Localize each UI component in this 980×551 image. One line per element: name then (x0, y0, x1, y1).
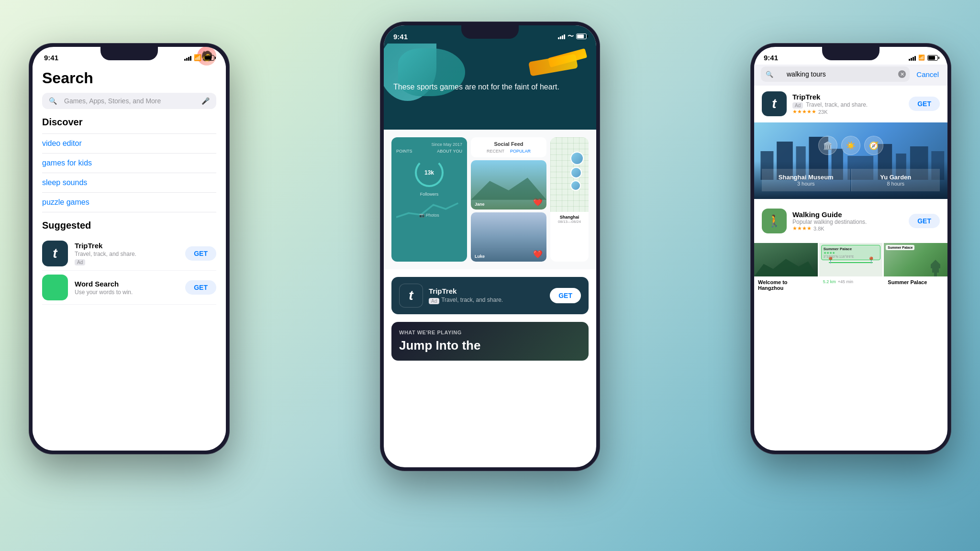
right-phone: 9:41 📶 🔍 walking tours (750, 43, 951, 454)
hangzhou-card-content: Welcome to Hangzhou (754, 276, 818, 294)
showcase-middle-panel: Social Feed RECENT POPULAR Jane ❤️ (471, 137, 546, 262)
mic-icon[interactable]: 🎤 (201, 97, 210, 105)
signal-bar-4 (190, 56, 191, 61)
right-time: 9:41 (764, 54, 778, 62)
sp-distance: 5.2 km (823, 279, 836, 284)
app-showcase: Since May 2017 POINTS ABOUT YOU 13k Foll… (384, 130, 596, 269)
result-walking-guide: 🚶 Walking Guide Popular walking destinat… (754, 203, 947, 239)
c-signal-bar-2 (560, 36, 561, 39)
recent-tab[interactable]: RECENT (487, 149, 504, 154)
result-triptrek-meta: Ad Travel, track, and share. (792, 101, 903, 109)
svg-marker-15 (931, 260, 940, 264)
wordsearch-get-button[interactable]: GET (185, 280, 216, 295)
right-status-icons: 📶 (909, 55, 938, 61)
shanghai-museum-btn[interactable]: Shanghai Museum 3 hours (762, 169, 850, 191)
triptrek-info: TripTrek Travel, track, and share. Ad (75, 242, 178, 266)
map-view (550, 137, 589, 212)
yu-garden-hours: 8 hours (859, 181, 933, 187)
popular-tab[interactable]: POPULAR (510, 149, 531, 154)
jane-label: Jane (475, 202, 485, 207)
city-image: 🏛️ ☀️ 🧭 Shanghai Museum (754, 122, 947, 199)
svg-rect-13 (932, 268, 939, 273)
heart-icon-2[interactable]: ❤️ (533, 250, 543, 259)
yu-garden-btn[interactable]: Yu Garden 8 hours (851, 169, 940, 191)
discover-item-2[interactable]: games for kids (42, 154, 216, 173)
person-photo-card: Luke ❤️ (471, 212, 546, 262)
guide-icon: 🧭 (869, 141, 879, 150)
shanghai-city: Shanghai (552, 215, 587, 220)
triptrek-get-button[interactable]: GET (185, 246, 216, 261)
result-triptrek-icon: t (762, 91, 787, 116)
search-input-wrapper[interactable]: 🔍 walking tours ✕ (761, 66, 910, 82)
followers-circle: 13k (415, 158, 444, 187)
sp-stats: 5.2 km +45 min (823, 279, 879, 284)
followers-label: Followers (396, 192, 462, 197)
summer-palace-satellite-card[interactable]: Summer Palace Summer Palace (884, 243, 947, 294)
search-input-box[interactable]: 🔍 walking tours ✕ (761, 66, 910, 82)
right-search-header: 🔍 walking tours ✕ Cancel (754, 65, 947, 86)
hangzhou-card-image (754, 243, 818, 276)
left-signal (184, 55, 191, 61)
center-signal (558, 33, 565, 39)
walking-guide-desc: Popular walking destinations. (792, 219, 903, 225)
wordsearch-icon (42, 275, 68, 300)
wordsearch-name: Word Search (75, 280, 178, 288)
search-bar[interactable]: 🔍 Games, Apps, Stories, and More 🎤 (42, 93, 216, 109)
triptrek-ad-name: TripTrek (429, 287, 544, 295)
hangzhou-card[interactable]: Welcome to Hangzhou (754, 243, 818, 294)
search-icon: 🔍 (49, 97, 57, 105)
center-ad-badge: Ad (429, 298, 439, 304)
sports-banner: These sports games are not for the faint… (384, 44, 596, 130)
c-signal-bar-3 (562, 35, 563, 39)
cancel-button[interactable]: Cancel (914, 70, 941, 78)
right-search-icon: 🔍 (766, 71, 773, 78)
walking-guide-info: Walking Guide Popular walking destinatio… (792, 210, 903, 231)
stats-tabs: POINTS ABOUT YOU (396, 149, 462, 154)
suggested-title: Suggested (42, 220, 216, 231)
hangzhou-title: Welcome to Hangzhou (758, 279, 814, 291)
r-signal-bar-4 (914, 56, 916, 61)
search-bar-container[interactable]: 🔍 Games, Apps, Stories, and More 🎤 (33, 93, 226, 117)
discover-item-1[interactable]: video editor (42, 134, 216, 154)
social-feed-card: Social Feed RECENT POPULAR (471, 137, 546, 157)
discover-item-4[interactable]: puzzle games (42, 193, 216, 212)
result-triptrek-name: TripTrek (792, 93, 903, 101)
map-dot-2 (570, 167, 582, 178)
walking-guide-get[interactable]: GET (909, 214, 940, 228)
summer-palace-map-content: 5.2 km +45 min (819, 276, 883, 287)
clear-search-button[interactable]: ✕ (898, 70, 906, 78)
discover-item-3[interactable]: sleep sounds (42, 173, 216, 193)
result-triptrek-get[interactable]: GET (909, 97, 940, 111)
right-phone-screen: 9:41 📶 🔍 walking tours (754, 47, 947, 451)
stats-date: Since May 2017 (396, 142, 462, 147)
showcase-grid: Since May 2017 POINTS ABOUT YOU 13k Foll… (391, 137, 589, 262)
shanghai-museum-name: Shanghai Museum (769, 174, 843, 181)
what-playing-banner: WHAT WE'RE PLAYING Jump Into the (391, 322, 589, 361)
signal-bar-2 (186, 58, 188, 61)
ad-badge: Ad (75, 259, 85, 265)
showcase-stats-header: Since May 2017 POINTS ABOUT YOU 13k Foll… (391, 137, 467, 222)
walking-guide-rating: ★★★★ 3.8K (792, 225, 903, 231)
wifi-icon: 📶 (194, 54, 201, 61)
map-header-badge: Summer Palace ★★★★ 3°37'33"N 116°8'6"E (821, 245, 881, 260)
triptrek-ad-get-button[interactable]: GET (550, 288, 581, 303)
sports-banner-text: These sports games are not for the faint… (393, 82, 587, 92)
result-triptrek-desc: Travel, track, and share. (806, 101, 868, 108)
points-tab[interactable]: POINTS (396, 149, 412, 154)
followers-count: 13k (424, 169, 434, 176)
summer-palace-map-card[interactable]: Summer Palace ★★★★ 3°37'33"N 116°8'6"E 📍… (819, 243, 883, 294)
walking-review-count: 3.8K (813, 226, 824, 231)
walking-stars: ★★★★ (792, 225, 812, 231)
discover-section: Discover video editor games for kids sle… (33, 117, 226, 212)
mini-chart (396, 197, 462, 211)
triptrek-desc: Travel, track, and share. (75, 251, 178, 257)
showcase-map-panel: Shanghai 08/13—08/24 (550, 137, 589, 262)
wordsearch-info: Word Search Use your words to win. (75, 280, 178, 296)
city-feature-banner: 🏛️ ☀️ 🧭 Shanghai Museum (754, 122, 947, 199)
triptrek-name: TripTrek (75, 242, 178, 250)
what-playing-title: Jump Into the (399, 338, 581, 353)
map-route (829, 262, 873, 263)
about-tab[interactable]: ABOUT YOU (437, 149, 462, 154)
summer-palace-map: Summer Palace ★★★★ 3°37'33"N 116°8'6"E 📍… (819, 243, 883, 276)
mountain-photo-card: Jane ❤️ (471, 160, 546, 209)
